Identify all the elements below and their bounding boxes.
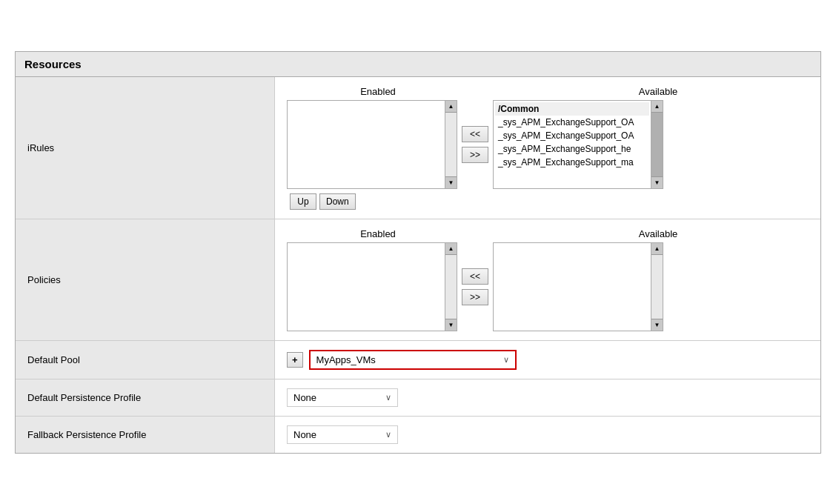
policies-enabled-scroll-up[interactable]: ▲ [445, 243, 457, 255]
irules-available-scroll-track [651, 113, 663, 176]
default-persistence-chevron: ∨ [385, 393, 391, 402]
irules-item-2[interactable]: _sys_APM_ExchangeSupport_OA [495, 129, 649, 142]
default-pool-add-btn[interactable]: + [287, 352, 303, 368]
policies-content: Enabled Available ▲ ▼ << > [275, 219, 820, 340]
irules-down-btn[interactable]: Down [319, 193, 356, 210]
default-persistence-row: Default Persistence Profile None ∨ [16, 379, 820, 417]
policies-move-right-btn[interactable]: >> [462, 289, 488, 305]
policies-available-scroll-down[interactable]: ▼ [651, 319, 663, 331]
irules-enabled-scroll-track [445, 113, 457, 176]
irules-common-header: /Common [495, 102, 649, 116]
default-pool-value: MyApps_VMs [316, 354, 376, 365]
irules-enabled-header: Enabled [287, 86, 469, 97]
policies-listboxes: ▲ ▼ << >> ▲ ▼ [287, 242, 809, 331]
default-pool-label: Default Pool [16, 341, 275, 379]
section-title: Resources [16, 52, 820, 77]
irules-up-btn[interactable]: Up [290, 193, 316, 210]
policies-move-left-btn[interactable]: << [462, 268, 488, 285]
irules-listboxes: ▲ ▼ << >> /Common _sys_APM_ExchangeSuppo… [287, 100, 809, 189]
irules-move-right-btn[interactable]: >> [462, 147, 488, 163]
policies-enabled-scrollbar[interactable]: ▲ ▼ [445, 243, 457, 331]
irules-move-left-btn[interactable]: << [462, 126, 488, 142]
irules-row: iRules Enabled Available ▲ ▼ [16, 77, 820, 219]
irules-enabled-listbox[interactable]: ▲ ▼ [287, 100, 457, 189]
policies-available-header: Available [508, 228, 809, 239]
policies-available-scroll-up[interactable]: ▲ [651, 243, 663, 255]
irules-available-scroll-down[interactable]: ▼ [651, 176, 663, 188]
fallback-persistence-chevron: ∨ [385, 430, 391, 440]
irules-enabled-scroll-up[interactable]: ▲ [445, 101, 457, 113]
irules-item-3[interactable]: _sys_APM_ExchangeSupport_he [495, 142, 649, 156]
default-pool-row: Default Pool + MyApps_VMs ∨ [16, 341, 820, 379]
irules-available-scrollbar[interactable]: ▲ ▼ [651, 101, 663, 188]
irules-transfer-buttons: << >> [462, 126, 488, 163]
irules-enabled-scrollbar[interactable]: ▲ ▼ [445, 101, 457, 188]
policies-col-headers: Enabled Available [287, 228, 809, 239]
fallback-persistence-row: Fallback Persistence Profile None ∨ [16, 417, 820, 453]
default-pool-dropdown[interactable]: MyApps_VMs ∨ [309, 350, 517, 370]
irules-col-headers: Enabled Available [287, 86, 809, 97]
default-persistence-dropdown[interactable]: None ∨ [287, 388, 398, 407]
default-pool-content: + MyApps_VMs ∨ [275, 341, 820, 379]
irules-enabled-scroll-down[interactable]: ▼ [445, 176, 457, 188]
default-pool-chevron: ∨ [503, 355, 509, 365]
policies-enabled-header: Enabled [287, 228, 469, 239]
policies-available-scroll-track [651, 255, 663, 319]
irules-updown-buttons: Up Down [290, 193, 809, 210]
policies-enabled-scroll-track [445, 255, 457, 319]
policies-available-scrollbar[interactable]: ▲ ▼ [651, 243, 663, 331]
fallback-persistence-dropdown[interactable]: None ∨ [287, 425, 398, 444]
fallback-persistence-label: Fallback Persistence Profile [16, 417, 275, 453]
default-persistence-label: Default Persistence Profile [16, 379, 275, 416]
policies-available-listbox[interactable]: ▲ ▼ [493, 242, 663, 331]
default-persistence-content: None ∨ [275, 379, 820, 416]
default-persistence-value: None [293, 392, 316, 403]
pool-row-inner: + MyApps_VMs ∨ [287, 350, 517, 370]
irules-available-header: Available [508, 86, 809, 97]
policies-label: Policies [16, 219, 275, 340]
irules-content: Enabled Available ▲ ▼ << > [275, 77, 820, 219]
irules-label: iRules [16, 77, 275, 219]
policies-transfer-buttons: << >> [462, 268, 488, 305]
resources-panel: Resources iRules Enabled Available ▲ ▼ [15, 51, 821, 454]
irules-available-listbox[interactable]: /Common _sys_APM_ExchangeSupport_OA _sys… [493, 100, 663, 189]
policies-enabled-scroll-down[interactable]: ▼ [445, 319, 457, 331]
policies-enabled-listbox[interactable]: ▲ ▼ [287, 242, 457, 331]
irules-item-1[interactable]: _sys_APM_ExchangeSupport_OA [495, 116, 649, 129]
fallback-persistence-content: None ∨ [275, 417, 820, 453]
irules-available-content: /Common _sys_APM_ExchangeSupport_OA _sys… [494, 101, 651, 188]
irules-item-4[interactable]: _sys_APM_ExchangeSupport_ma [495, 156, 649, 169]
irules-available-scroll-up[interactable]: ▲ [651, 101, 663, 113]
policies-row: Policies Enabled Available ▲ ▼ [16, 219, 820, 341]
fallback-persistence-value: None [293, 429, 316, 440]
